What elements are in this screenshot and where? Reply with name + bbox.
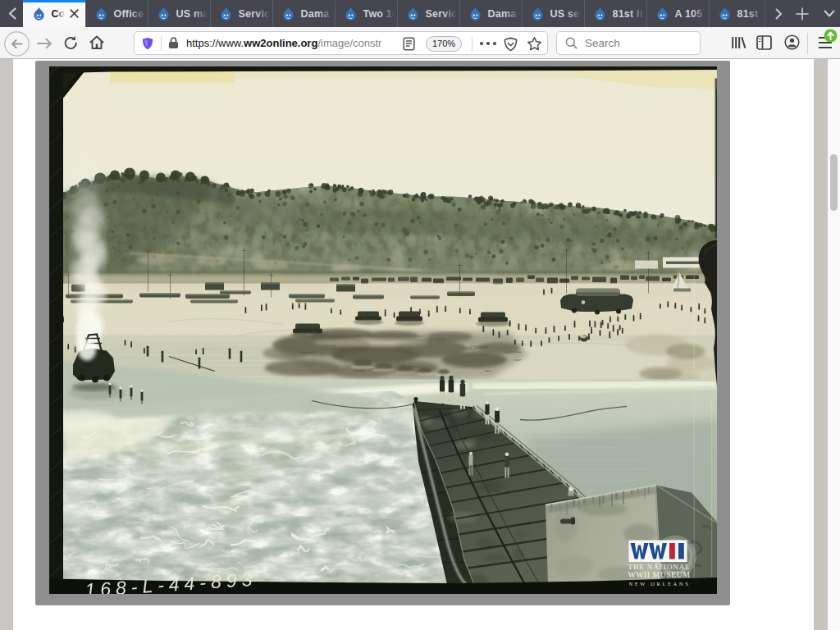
- svg-text:NEW ORLEANS: NEW ORLEANS: [629, 581, 691, 587]
- svg-text:WWII MUSEUM: WWII MUSEUM: [628, 569, 691, 578]
